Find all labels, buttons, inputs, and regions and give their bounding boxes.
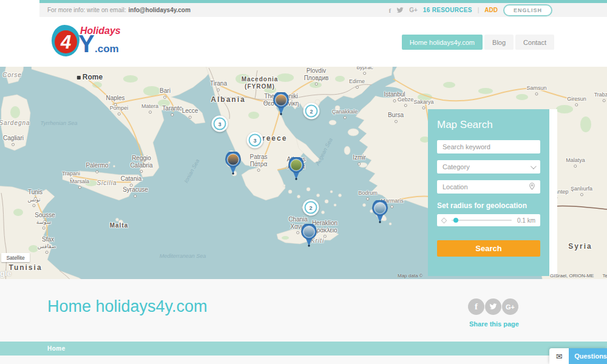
capital-dot-icon: [77, 76, 81, 79]
search-button[interactable]: Search: [437, 240, 540, 257]
breadcrumb[interactable]: Home: [47, 345, 66, 352]
map-label: Бургас: [356, 67, 373, 75]
share-facebook-icon[interactable]: f: [468, 298, 484, 315]
map-canvas[interactable]: CorseRomeNaplesPompeiBariMateraTarantoLe…: [0, 67, 607, 279]
satellite-toggle-button[interactable]: Satellite: [1, 253, 30, 262]
map-label: Gebze: [398, 96, 414, 107]
city-dot-icon: [140, 170, 143, 173]
location-pin-icon: [529, 183, 535, 191]
map-attribution-right: GISrael, ORION-METerms o: [550, 273, 607, 278]
city-dot-icon: [366, 198, 369, 201]
map-label: Albania: [211, 96, 245, 104]
city-dot-icon: [344, 116, 347, 120]
map-label: Bodrum: [358, 190, 378, 200]
cluster-marker[interactable]: 3: [247, 132, 263, 149]
city-dot-icon: [148, 111, 151, 114]
map-label: Malatya: [566, 157, 585, 167]
map-label: Reggio Calabria: [130, 155, 152, 173]
chat-widget[interactable]: ✉ Questions: [549, 348, 607, 364]
move-icon: [441, 217, 447, 223]
cluster-marker[interactable]: 2: [303, 200, 319, 216]
search-keyword-input[interactable]: [437, 140, 540, 153]
map-label: Bari: [160, 87, 171, 99]
cluster-marker[interactable]: 2: [304, 103, 320, 120]
map-label: Marsala: [70, 178, 89, 189]
city-dot-icon: [296, 231, 299, 234]
site-logo[interactable]: 4 Holidays Y .com: [52, 23, 124, 61]
share-google-plus-icon[interactable]: G+: [502, 298, 518, 315]
map-pin-marker[interactable]: [288, 157, 305, 183]
radius-value: 0.1 km: [517, 217, 535, 224]
map-label: Izmir: [353, 154, 366, 166]
slider-track[interactable]: [452, 220, 512, 221]
city-dot-icon: [535, 93, 538, 96]
city-dot-icon: [96, 170, 99, 173]
city-dot-icon: [171, 113, 174, 116]
category-select[interactable]: Category: [437, 160, 540, 174]
twitter-icon[interactable]: [396, 7, 404, 13]
map-label: Tunisia: [8, 264, 42, 272]
map-pin-marker[interactable]: [300, 224, 317, 249]
city-dot-icon: [12, 143, 15, 146]
info-text: For more info: write on email:: [47, 7, 126, 13]
map-label: Samsun: [526, 85, 546, 95]
city-dot-icon: [395, 120, 398, 123]
chat-label: Questions: [569, 348, 607, 364]
radius-label: Set radius for geolocation: [437, 201, 540, 210]
nav-blog[interactable]: Blog: [484, 35, 514, 50]
map-label: Palermo: [86, 162, 108, 174]
logo-circle-icon: 4: [55, 30, 77, 53]
map-label: Sakarya: [413, 99, 433, 109]
city-dot-icon: [117, 113, 120, 116]
map-label: Cagliari: [3, 135, 24, 146]
map-label: Tyrrhenian Sea: [41, 120, 78, 126]
map-label: Çanakkale: [332, 109, 358, 119]
city-dot-icon: [217, 88, 220, 91]
map-pin-icon: [225, 152, 242, 175]
city-dot-icon: [78, 186, 81, 189]
map-label: Sicilia: [97, 180, 117, 187]
logo-y-text: Y: [78, 32, 95, 56]
share-twitter-icon[interactable]: [485, 298, 501, 315]
header: 4 Holidays Y .com Home holidays4y.com Bl…: [0, 17, 607, 67]
map-label: Plovdiv Пловдив: [304, 67, 329, 86]
google-plus-icon[interactable]: G+: [409, 7, 418, 13]
nav-home[interactable]: Home holidays4y.com: [402, 35, 483, 50]
city-dot-icon: [575, 104, 578, 107]
map-label: Syracuse: [123, 186, 148, 198]
resources-count[interactable]: 16 RESOURCES: [423, 7, 472, 13]
map-label: Rome: [77, 73, 103, 82]
nav-contact[interactable]: Contact: [515, 35, 554, 50]
city-dot-icon: [422, 107, 426, 110]
map-search-panel-inner: Map Search Category Location Set radius …: [428, 109, 549, 276]
map-search-panel: Map Search Category Location Set radius …: [428, 109, 557, 276]
map-pin-marker[interactable]: [371, 200, 388, 226]
envelope-icon: ✉: [549, 348, 569, 364]
google-logo: Google: [0, 269, 12, 278]
main-nav: Home holidays4y.com Blog Contact: [402, 35, 554, 50]
map-pin-icon: [273, 92, 290, 115]
map-label: Lecce: [182, 107, 198, 119]
facebook-icon[interactable]: f: [389, 7, 392, 14]
map-label: Taranto: [162, 105, 182, 116]
map-pin-marker[interactable]: [273, 92, 290, 118]
map-label: صفاقس: [38, 243, 56, 254]
terms-link[interactable]: Terms o: [602, 273, 607, 278]
logo-com-text: .com: [95, 43, 119, 55]
footer-space: [0, 356, 607, 364]
chevron-down-icon: [531, 163, 537, 169]
cluster-marker[interactable]: 3: [212, 116, 228, 132]
map-pin-icon: [300, 224, 317, 247]
page: For more info: write on email: info@holi…: [0, 0, 607, 364]
location-input[interactable]: Location: [437, 180, 540, 194]
add-link[interactable]: ADD: [484, 7, 498, 13]
map-pin-marker[interactable]: [225, 152, 242, 177]
map-label: Edirne: [349, 78, 365, 89]
slider-knob[interactable]: [453, 218, 458, 223]
city-dot-icon: [603, 99, 606, 103]
page-heading-section: Home holidays4y.com f G+ Share this page: [0, 279, 607, 342]
page-title: Home holidays4y.com: [47, 297, 208, 316]
map-label: Pompei: [110, 105, 129, 115]
map-label: تونس: [27, 197, 40, 207]
language-button[interactable]: ENGLISH: [503, 4, 552, 16]
